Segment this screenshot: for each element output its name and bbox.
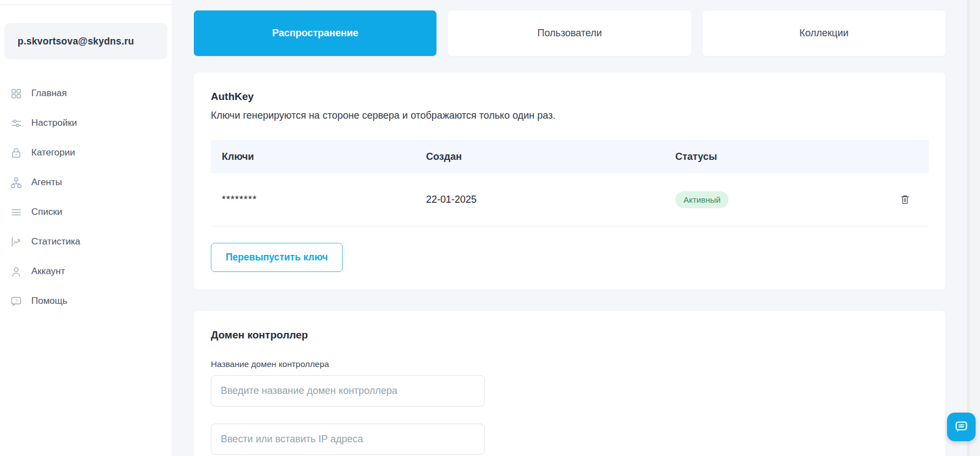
sidebar-item-help[interactable]: ? Помощь xyxy=(0,286,172,316)
help-icon: ? xyxy=(10,295,23,308)
table-row: ******** 22-01-2025 Активный xyxy=(211,173,929,226)
settings-icon xyxy=(10,117,23,130)
svg-text:?: ? xyxy=(15,298,18,303)
status-badge: Активный xyxy=(675,191,729,208)
chat-icon xyxy=(954,419,969,435)
user-email: p.skvortsova@skydns.ru xyxy=(18,36,134,47)
table-header-row: Ключи Создан Статусы xyxy=(211,140,929,173)
ip-addresses-input[interactable] xyxy=(211,424,485,455)
authkey-card: AuthKey Ключи генерируются на стороне се… xyxy=(194,73,945,290)
sidebar-top-divider xyxy=(0,4,172,5)
account-icon xyxy=(10,265,23,278)
sidebar: p.skvortsova@skydns.ru Главная Настройки… xyxy=(0,0,172,456)
sidebar-item-label: Статистика xyxy=(31,236,80,247)
tab-users[interactable]: Пользователи xyxy=(448,10,691,56)
lock-icon xyxy=(10,147,23,159)
user-email-box[interactable]: p.skvortsova@skydns.ru xyxy=(4,23,167,59)
sidebar-item-statistics[interactable]: Статистика xyxy=(0,227,172,257)
sidebar-item-settings[interactable]: Настройки xyxy=(0,108,172,138)
trash-icon xyxy=(899,193,911,206)
sidebar-item-label: Аккаунт xyxy=(31,266,65,277)
tab-collections[interactable]: Коллекции xyxy=(703,10,945,56)
domain-name-input[interactable] xyxy=(211,375,485,407)
sidebar-item-categories[interactable]: Категории xyxy=(0,138,172,168)
sidebar-item-label: Главная xyxy=(31,88,67,99)
sidebar-item-label: Списки xyxy=(31,207,62,218)
tab-distribution[interactable]: Распространение xyxy=(194,10,436,56)
col-header-status: Статусы xyxy=(664,151,898,163)
domain-controller-card: Домен контроллер Название домен контролл… xyxy=(194,311,945,456)
sidebar-item-label: Категории xyxy=(31,147,75,158)
created-value: 22-01-2025 xyxy=(415,194,664,205)
domain-controller-title: Домен контроллер xyxy=(211,329,929,341)
sidebar-item-home[interactable]: Главная xyxy=(0,79,172,108)
dashboard-icon xyxy=(10,87,23,100)
sidebar-nav: Главная Настройки Категории Агенты xyxy=(0,79,172,316)
authkey-title: AuthKey xyxy=(211,91,929,103)
sidebar-item-label: Настройки xyxy=(31,118,77,129)
agents-icon xyxy=(10,176,23,189)
sidebar-item-lists[interactable]: Списки xyxy=(0,197,172,227)
reissue-key-button[interactable]: Перевыпустить ключ xyxy=(211,243,343,272)
sidebar-item-label: Агенты xyxy=(31,177,62,188)
tab-bar: Распространение Пользователи Коллекции xyxy=(194,10,945,56)
col-header-created: Создан xyxy=(415,151,664,163)
sidebar-item-agents[interactable]: Агенты xyxy=(0,168,172,197)
main-content: Распространение Пользователи Коллекции A… xyxy=(172,0,980,456)
authkey-description: Ключи генерируются на стороне сервера и … xyxy=(211,110,929,121)
chat-widget-button[interactable] xyxy=(947,413,976,441)
authkey-table: Ключи Создан Статусы ******** 22-01-2025… xyxy=(211,140,929,226)
domain-name-label: Название домен контроллера xyxy=(211,359,929,369)
col-header-keys: Ключи xyxy=(211,151,415,163)
statistics-icon xyxy=(10,236,23,248)
sidebar-item-label: Помощь xyxy=(31,296,68,307)
sidebar-item-account[interactable]: Аккаунт xyxy=(0,257,172,286)
key-value: ******** xyxy=(211,194,415,205)
delete-key-button[interactable] xyxy=(898,192,912,207)
lists-icon xyxy=(10,206,23,219)
